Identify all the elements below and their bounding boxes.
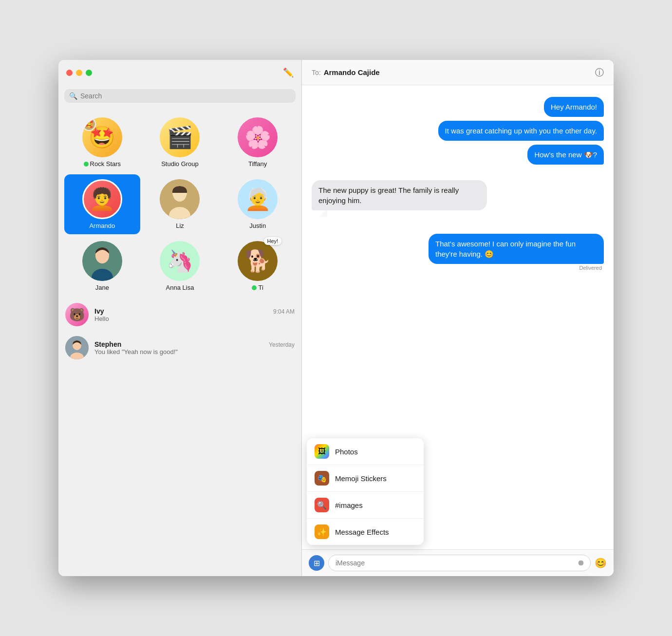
pin-avatar-studio-group: 🎬 xyxy=(160,117,200,157)
message-bubble-4: The new puppy is great! The family is re… xyxy=(312,180,487,210)
dropdown-item-photos[interactable]: 🖼 Photos xyxy=(307,438,424,465)
pin-item-jane[interactable]: Jane xyxy=(64,236,140,296)
pin-avatar-liz xyxy=(160,179,200,219)
message-input[interactable] xyxy=(328,555,591,571)
chat-recipient: Armando Cajide xyxy=(324,68,595,76)
pin-label-anna-lisa: Anna Lisa xyxy=(166,284,194,291)
pin-label-studio-group: Studio Group xyxy=(161,160,199,168)
compose-button[interactable]: ✏️ xyxy=(283,67,294,78)
info-icon: ⓘ xyxy=(595,68,604,77)
effects-label: Message Effects xyxy=(335,528,389,536)
compose-icon: ✏️ xyxy=(283,67,294,78)
maximize-button[interactable] xyxy=(86,70,92,76)
pin-label-rock-stars: Rock Stars xyxy=(90,160,121,168)
effects-icon: ✨ xyxy=(315,524,329,539)
pin-item-studio-group[interactable]: 🎬 Studio Group xyxy=(142,112,218,172)
dropdown-item-effects[interactable]: ✨ Message Effects xyxy=(307,519,424,545)
traffic-lights xyxy=(66,70,92,76)
memoji-label: Memoji Stickers xyxy=(335,474,387,483)
chat-input-bar: ⊞ ⏺ 😊 🖼 Photos 🎭 xyxy=(302,549,614,576)
pin-avatar-justin: 🧑‍🦳 xyxy=(238,179,278,219)
pin-avatar-armando: 🧑‍🦱 xyxy=(82,179,122,219)
conv-name-ivy: Ivy xyxy=(94,307,104,315)
images-label: #images xyxy=(335,501,363,509)
conv-content-ivy: Ivy 9:04 AM Hello xyxy=(94,307,295,322)
conv-time-stephen: Yesterday xyxy=(269,341,295,348)
pin-avatar-jane xyxy=(82,241,122,281)
ti-badge: Hey! xyxy=(264,237,282,245)
photos-label: Photos xyxy=(335,448,358,456)
search-bar[interactable]: 🔍 xyxy=(64,89,296,103)
conv-avatar-ivy: 🐻 xyxy=(65,303,89,326)
to-label: To: xyxy=(312,69,321,76)
online-dot-ti xyxy=(252,285,257,290)
message-bubble-2: It was great catching up with you the ot… xyxy=(438,121,604,141)
pin-item-tiffany[interactable]: 🌸 Tiffany xyxy=(220,112,296,172)
delivered-label: Delivered xyxy=(579,265,604,271)
photos-icon: 🖼 xyxy=(315,444,329,459)
minimize-button[interactable] xyxy=(76,70,82,76)
app-window: ✏️ 🔍 🤩 🥰 Rock Stars xyxy=(58,60,614,576)
pin-item-rock-stars[interactable]: 🤩 🥰 Rock Stars xyxy=(64,112,140,172)
pin-label-ti: Ti xyxy=(258,284,263,291)
conversation-item-ivy[interactable]: 🐻 Ivy 9:04 AM Hello xyxy=(58,298,301,331)
message-bubble-3: How's the new 🐶? xyxy=(527,145,604,165)
memoji-icon: 🎭 xyxy=(315,471,329,486)
message-row-1: Hey Armando! xyxy=(312,97,604,117)
pin-avatar-anna-lisa: 🦄 xyxy=(160,241,200,281)
apps-button[interactable]: ⊞ xyxy=(309,555,324,571)
apps-icon: ⊞ xyxy=(314,559,320,568)
pin-label-armando: Armando xyxy=(89,222,115,229)
pin-label-jane: Jane xyxy=(95,284,109,291)
emoji-icon: 😊 xyxy=(595,558,607,568)
pin-avatar-ti: 🐕 Hey! xyxy=(238,241,278,281)
search-input[interactable] xyxy=(80,92,291,100)
sidebar: ✏️ 🔍 🤩 🥰 Rock Stars xyxy=(58,60,302,576)
pin-item-armando[interactable]: 🧑‍🦱 Armando xyxy=(64,174,140,234)
info-button[interactable]: ⓘ xyxy=(595,67,604,78)
message-tail-container xyxy=(312,208,327,218)
images-icon: 🔍 xyxy=(315,498,329,512)
pin-label-justin: Justin xyxy=(249,222,266,229)
conv-avatar-stephen xyxy=(65,336,89,359)
emoji-button[interactable]: 😊 xyxy=(595,557,607,569)
pin-item-anna-lisa[interactable]: 🦄 Anna Lisa xyxy=(142,236,218,296)
conversation-list: 🐻 Ivy 9:04 AM Hello xyxy=(58,298,301,576)
chat-panel: To: Armando Cajide ⓘ Hey Armando! It was… xyxy=(302,60,614,576)
pin-item-ti[interactable]: 🐕 Hey! Ti xyxy=(220,236,296,296)
conv-preview-stephen: You liked "Yeah now is good!" xyxy=(94,348,295,355)
pin-label-liz: Liz xyxy=(176,222,184,229)
dropdown-item-images[interactable]: 🔍 #images xyxy=(307,492,424,519)
message-bubble-1: Hey Armando! xyxy=(544,97,604,117)
pin-label-tiffany: Tiffany xyxy=(248,160,267,168)
pin-avatar-tiffany: 🌸 xyxy=(238,117,278,157)
apps-dropdown: 🖼 Photos 🎭 Memoji Stickers 🔍 #images xyxy=(307,438,424,545)
audio-waveform-icon: ⏺ xyxy=(577,559,585,567)
pin-item-justin[interactable]: 🧑‍🦳 Justin xyxy=(220,174,296,234)
pin-avatar-rock-stars: 🤩 🥰 xyxy=(82,117,122,157)
close-button[interactable] xyxy=(66,70,73,76)
conv-content-stephen: Stephen Yesterday You liked "Yeah now is… xyxy=(94,340,295,355)
message-bubble-5: That's awesome! I can only imagine the f… xyxy=(429,234,604,264)
dropdown-item-memoji[interactable]: 🎭 Memoji Stickers xyxy=(307,465,424,492)
message-row-5: That's awesome! I can only imagine the f… xyxy=(312,234,604,271)
conv-name-stephen: Stephen xyxy=(94,340,121,348)
pinned-contacts-grid: 🤩 🥰 Rock Stars 🎬 Studio Group xyxy=(58,109,301,298)
pin-item-liz[interactable]: Liz xyxy=(142,174,218,234)
conv-time-ivy: 9:04 AM xyxy=(273,308,295,315)
search-icon: 🔍 xyxy=(69,92,77,100)
titlebar: ✏️ xyxy=(58,60,301,85)
message-row-2: It was great catching up with you the ot… xyxy=(312,121,604,141)
conv-preview-ivy: Hello xyxy=(94,315,295,322)
message-row-3: How's the new 🐶? xyxy=(312,145,604,165)
message-row-4: The new puppy is great! The family is re… xyxy=(312,180,604,218)
conversation-item-stephen[interactable]: Stephen Yesterday You liked "Yeah now is… xyxy=(58,331,301,364)
chat-header: To: Armando Cajide ⓘ xyxy=(302,60,614,85)
online-dot-rock-stars xyxy=(84,162,89,167)
